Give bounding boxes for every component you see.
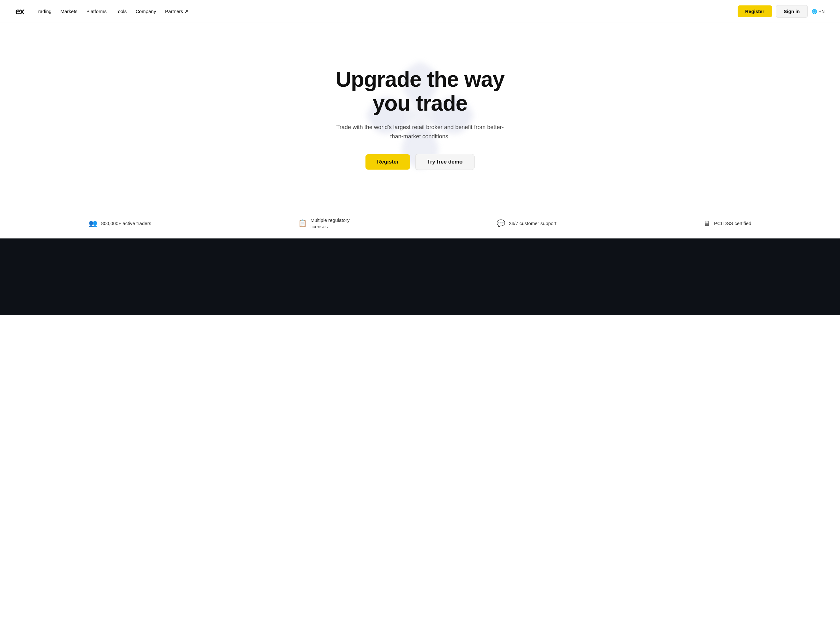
hero-title-line1: Upgrade the way xyxy=(335,67,504,91)
hero-demo-button[interactable]: Try free demo xyxy=(415,154,475,170)
nav-signin-button[interactable]: Sign in xyxy=(776,5,808,18)
nav-register-button[interactable]: Register xyxy=(738,5,772,17)
nav-right: Register Sign in 🌐 EN xyxy=(738,5,825,18)
stats-bar: 👥 800,000+ active traders 📋 Multiple reg… xyxy=(0,208,840,238)
support-label: 24/7 customer support xyxy=(509,220,556,227)
stat-traders: 👥 800,000+ active traders xyxy=(89,220,151,227)
language-selector[interactable]: 🌐 EN xyxy=(812,9,825,14)
nav-link-markets[interactable]: Markets xyxy=(60,9,77,14)
nav-link-trading[interactable]: Trading xyxy=(35,9,52,14)
hero-title-line2: you trade xyxy=(373,91,467,115)
nav-link-tools[interactable]: Tools xyxy=(115,9,127,14)
stat-licenses: 📋 Multiple regulatorylicenses xyxy=(298,217,350,230)
pci-label: PCI DSS certified xyxy=(714,220,751,227)
logo[interactable]: ex xyxy=(15,7,24,16)
licenses-icon: 📋 xyxy=(298,220,307,227)
nav-item-platforms[interactable]: Platforms xyxy=(86,9,106,14)
stat-support: 💬 24/7 customer support xyxy=(497,220,556,227)
nav-item-partners[interactable]: Partners ↗ xyxy=(165,9,188,14)
nav-item-tools[interactable]: Tools xyxy=(115,9,127,14)
pci-icon: 🖥 xyxy=(703,220,710,227)
navbar: ex Trading Markets Platforms Tools Compa… xyxy=(0,0,840,23)
hero-register-button[interactable]: Register xyxy=(365,154,410,170)
traders-label: 800,000+ active traders xyxy=(101,220,151,227)
globe-icon: 🌐 xyxy=(812,9,817,14)
nav-link-partners[interactable]: Partners ↗ xyxy=(165,9,188,14)
hero-buttons: Register Try free demo xyxy=(334,154,506,170)
nav-item-markets[interactable]: Markets xyxy=(60,9,77,14)
nav-left: ex Trading Markets Platforms Tools Compa… xyxy=(15,7,188,16)
nav-link-platforms[interactable]: Platforms xyxy=(86,9,106,14)
licenses-label: Multiple regulatorylicenses xyxy=(311,217,350,230)
lang-label: EN xyxy=(819,9,825,14)
stat-pci: 🖥 PCI DSS certified xyxy=(703,220,751,227)
hero-title: Upgrade the way you trade xyxy=(334,67,506,115)
hero-section: Upgrade the way you trade Trade with the… xyxy=(0,23,840,208)
nav-item-company[interactable]: Company xyxy=(135,9,156,14)
hero-content: Upgrade the way you trade Trade with the… xyxy=(334,67,506,170)
support-icon: 💬 xyxy=(497,220,505,227)
nav-link-company[interactable]: Company xyxy=(135,9,156,14)
nav-item-trading[interactable]: Trading xyxy=(35,9,52,14)
dark-footer-section xyxy=(0,238,840,315)
hero-subtitle: Trade with the world's largest retail br… xyxy=(334,123,506,141)
traders-icon: 👥 xyxy=(89,220,97,227)
nav-links: Trading Markets Platforms Tools Company … xyxy=(35,9,188,14)
